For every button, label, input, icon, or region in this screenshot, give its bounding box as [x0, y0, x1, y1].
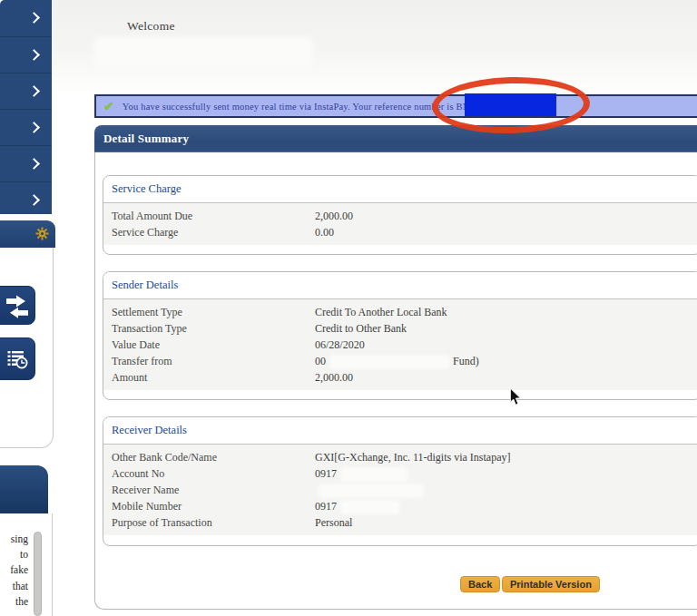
advisory-line: sing: [0, 532, 28, 547]
row-value: Credit to Other Bank: [315, 320, 407, 337]
row-value: 2,000.00: [315, 208, 353, 224]
row-value: [315, 482, 427, 498]
detail-row: Amount2,000.00: [103, 369, 697, 386]
row-value: 0917: [315, 498, 404, 514]
value-text: 2,000.00: [315, 371, 353, 384]
username-redaction: [97, 40, 309, 64]
detail-row: Total Amount Due2,000.00: [103, 208, 697, 224]
section-sender-details: Sender DetailsSettlement TypeCredit To A…: [103, 271, 697, 400]
list-clock-icon: [6, 348, 29, 370]
row-label: Settlement Type: [103, 304, 315, 320]
gear-icon[interactable]: [35, 227, 49, 240]
advisory-line: the: [0, 594, 28, 610]
section-rows: Total Amount Due2,000.00Service Charge0.…: [103, 203, 697, 245]
detail-panel: Service ChargeTotal Amount Due2,000.00Se…: [94, 152, 697, 610]
value-text: 00: [315, 355, 326, 367]
row-value: 0.00: [315, 224, 334, 240]
advisory-panel-header: [0, 465, 48, 513]
row-label: Mobile Number: [103, 498, 315, 514]
value-text: Fund): [453, 355, 479, 367]
detail-summary-title: Detail Summary: [94, 125, 697, 152]
sidebar-nav-item[interactable]: [0, 109, 52, 145]
alert-message: You have successfully sent money real ti…: [123, 102, 470, 112]
chevron-right-icon: [28, 85, 40, 97]
advisory-line: to: [0, 547, 28, 562]
chevron-right-icon: [28, 49, 40, 61]
section-service-charge: Service ChargeTotal Amount Due2,000.00Se…: [103, 175, 697, 255]
row-value: 06/28/2020: [315, 337, 365, 353]
value-text: 2,000.00: [315, 210, 353, 222]
sidebar-nav-item[interactable]: [0, 145, 52, 181]
success-alert: ✔ You have successfully sent money real …: [94, 94, 697, 118]
advisory-text: singtofakethatthe: [0, 532, 28, 610]
value-text: 06/28/2020: [315, 338, 365, 351]
row-value: 2,000.00: [315, 369, 353, 386]
transfer-arrows-icon: [5, 293, 29, 318]
detail-row: Settlement TypeCredit To Another Local B…: [103, 304, 697, 320]
detail-row: Transaction TypeCredit to Other Bank: [103, 320, 697, 337]
redacted-value: [342, 502, 398, 513]
value-text: GXI[G-Xchange, Inc. 11-digits via Instap…: [315, 451, 510, 464]
value-text: 0917: [315, 500, 337, 513]
detail-row: Service Charge0.00: [103, 224, 697, 240]
section-rows: Other Bank Code/NameGXI[G-Xchange, Inc. …: [103, 445, 697, 535]
row-label: Value Date: [103, 337, 315, 353]
detail-row: Transfer from00Fund): [103, 353, 697, 369]
row-label: Transfer from: [103, 353, 315, 369]
sidebar-nav-item[interactable]: [0, 73, 52, 109]
chevron-right-icon: [28, 194, 40, 206]
row-label: Account No: [103, 465, 315, 482]
advisory-line: fake: [0, 562, 28, 578]
advisory-panel-body: singtofakethatthe: [0, 513, 53, 616]
mouse-cursor: [509, 387, 523, 406]
redacted-value: [320, 485, 422, 496]
detail-row: Purpose of TransactionPersonal: [103, 514, 697, 531]
row-label: Amount: [103, 369, 315, 386]
detail-summary-header: Detail Summary: [94, 125, 697, 152]
section-title: Sender Details: [103, 272, 697, 299]
chevron-right-icon: [28, 12, 40, 24]
detail-row: Other Bank Code/NameGXI[G-Xchange, Inc. …: [103, 449, 697, 465]
row-value: Credit To Another Local Bank: [315, 304, 447, 320]
welcome-label: Welcome: [127, 19, 175, 34]
value-text: 0917: [315, 467, 337, 480]
detail-row: Receiver Name: [103, 482, 697, 498]
section-title: Receiver Details: [103, 417, 697, 445]
chevron-right-icon: [28, 158, 40, 170]
row-value: Personal: [315, 514, 352, 531]
row-value: 0917: [315, 465, 411, 482]
redacted-value: [342, 469, 406, 480]
funds-transfer-button[interactable]: [0, 286, 35, 325]
row-label: Receiver Name: [103, 482, 315, 498]
chevron-right-icon: [28, 122, 40, 133]
row-label: Service Charge: [103, 224, 315, 240]
row-label: Other Bank Code/Name: [103, 449, 315, 465]
detail-row: Account No0917: [103, 465, 697, 482]
transaction-history-button[interactable]: [0, 337, 35, 380]
sidebar-nav-item[interactable]: [0, 36, 52, 73]
section-rows: Settlement TypeCredit To Another Local B…: [103, 299, 697, 390]
back-button[interactable]: Back: [460, 576, 500, 592]
value-text: 0.00: [315, 226, 334, 239]
scrollbar-thumb[interactable]: [34, 532, 42, 616]
section-title: Service Charge: [103, 176, 697, 203]
sidebar-nav-item[interactable]: [0, 0, 52, 36]
row-label: Transaction Type: [103, 320, 315, 337]
check-icon: ✔: [103, 99, 114, 113]
value-text: Personal: [315, 516, 352, 529]
tools-panel-header: [0, 220, 55, 248]
detail-row: Value Date06/28/2020: [103, 337, 697, 353]
value-text: Credit to Other Bank: [315, 322, 407, 335]
row-value: GXI[G-Xchange, Inc. 11-digits via Instap…: [315, 449, 510, 465]
detail-row: Mobile Number0917: [103, 498, 697, 514]
row-value: 00Fund): [315, 353, 479, 369]
value-text: Credit To Another Local Bank: [315, 306, 447, 318]
advisory-line: that: [0, 579, 28, 594]
printable-version-button[interactable]: Printable Version: [502, 576, 600, 592]
row-label: Total Amount Due: [103, 208, 315, 224]
sidebar-nav-item[interactable]: [0, 181, 52, 219]
section-receiver-details: Receiver DetailsOther Bank Code/NameGXI[…: [103, 416, 697, 546]
redacted-value: [331, 357, 447, 367]
banking-confirmation-page: Welcome: [0, 0, 697, 616]
sidebar-nav: [0, 0, 52, 214]
